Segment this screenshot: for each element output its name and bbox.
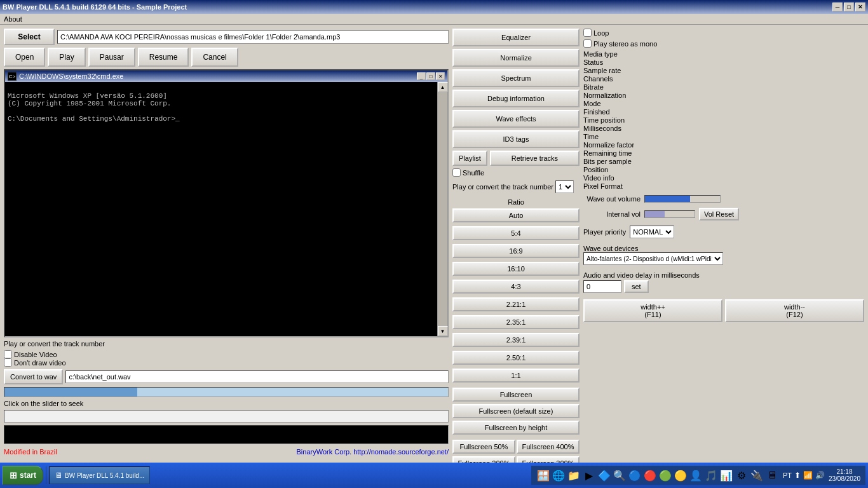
wave-effects-button[interactable]: Wave effects xyxy=(452,110,580,128)
ratio-235-button[interactable]: 2.35:1 xyxy=(452,315,580,329)
normalize-button[interactable]: Normalize xyxy=(452,49,580,67)
convert-row: Convert to wav xyxy=(4,369,449,384)
console-close-button[interactable]: ✕ xyxy=(436,72,445,80)
taskbar-icon-folder[interactable]: 📁 xyxy=(567,468,581,482)
seek-slider[interactable] xyxy=(4,410,449,423)
debug-info-button[interactable]: Debug information xyxy=(452,90,580,107)
maximize-button[interactable]: □ xyxy=(844,3,854,11)
set-button[interactable]: set xyxy=(624,280,649,293)
id3-tags-button[interactable]: ID3 tags xyxy=(452,130,580,148)
ratio-221-button[interactable]: 2.21:1 xyxy=(452,297,580,311)
ratio-169-button[interactable]: 16:9 xyxy=(452,244,580,258)
shuffle-check[interactable]: Shuffle xyxy=(452,168,484,177)
cancel-button[interactable]: Cancel xyxy=(191,48,238,67)
console-icon: C> xyxy=(8,72,17,81)
taskbar-icon-edge[interactable]: 🔷 xyxy=(597,468,611,482)
priority-select[interactable]: NORMAL xyxy=(630,226,674,238)
taskbar-icon-app2[interactable]: 📊 xyxy=(719,468,733,482)
scrollbar-up-button[interactable]: ▲ xyxy=(438,82,448,92)
shuffle-checkbox[interactable] xyxy=(452,168,461,177)
taskbar-icon-chrome4[interactable]: 🟡 xyxy=(674,468,688,482)
ratio-54-button[interactable]: 5:4 xyxy=(452,226,580,240)
fullscreen-default-button[interactable]: Fullscreen (default size) xyxy=(452,404,580,418)
taskbar-icon-filezilla[interactable]: 🔌 xyxy=(750,468,764,482)
fullscreen-height-button[interactable]: Fullscreen by height xyxy=(452,421,580,435)
credit-link[interactable]: BinaryWork Corp. http://nomade.sourcefor… xyxy=(297,448,449,456)
play-button[interactable]: Play xyxy=(48,48,85,67)
wave-out-devices-section: Wave out devices Alto-falantes (2- Dispo… xyxy=(583,245,864,265)
convert-button[interactable]: Convert to wav xyxy=(4,369,63,384)
console-title-bar: C> C:\WINDOWS\system32\cmd.exe _ □ ✕ xyxy=(5,71,447,82)
open-button[interactable]: Open xyxy=(4,48,45,67)
taskbar-icon-windows[interactable]: 🪟 xyxy=(536,468,550,482)
taskbar-icon-monitor[interactable]: 🖥 xyxy=(765,468,779,482)
ratio-1610-button[interactable]: 16:10 xyxy=(452,262,580,276)
close-button[interactable]: ✕ xyxy=(855,3,865,11)
remaining-time-label: Remaining time xyxy=(583,149,864,157)
taskbar-icon-chrome2[interactable]: 🔴 xyxy=(643,468,657,482)
taskbar-icon-chrome1[interactable]: 🔵 xyxy=(628,468,642,482)
start-button[interactable]: ⊞ start xyxy=(3,466,43,485)
delay-input[interactable] xyxy=(583,280,621,293)
ratio-auto-button[interactable]: Auto xyxy=(452,208,580,222)
scrollbar-track[interactable] xyxy=(438,92,447,326)
width-plus-button[interactable]: width++(F11) xyxy=(583,299,722,322)
spectrum-button[interactable]: Spectrum xyxy=(452,69,580,87)
taskbar-icon-app3[interactable]: ⚙ xyxy=(735,468,749,482)
equalizer-button[interactable]: Equalizer xyxy=(452,29,580,46)
notify-icon-2[interactable]: 📶 xyxy=(803,471,813,480)
convert-output-input[interactable] xyxy=(65,370,449,383)
fullscreen-50-button[interactable]: Fullscreen 50% xyxy=(452,440,515,454)
file-path-input[interactable] xyxy=(57,30,449,44)
scrollbar-down-button[interactable]: ▼ xyxy=(438,326,448,336)
loop-check[interactable]: Loop xyxy=(583,29,864,37)
ratio-250-button[interactable]: 2.50:1 xyxy=(452,351,580,365)
playlist-button[interactable]: Playlist xyxy=(452,151,487,166)
bits-per-sample-label: Bits per sample xyxy=(583,158,864,165)
media-type-label: Media type xyxy=(583,50,864,58)
resume-button[interactable]: Resume xyxy=(138,48,189,67)
internal-vol-row: Internal vol Vol Reset xyxy=(583,208,864,220)
date-display: 23/08/2020 xyxy=(829,475,860,482)
fullscreen-button[interactable]: Fullscreen xyxy=(452,388,580,402)
loop-checkbox[interactable] xyxy=(583,29,592,37)
taskbar-icon-search[interactable]: 🔍 xyxy=(613,468,627,482)
taskbar-icon-person[interactable]: 👤 xyxy=(689,468,703,482)
dont-draw-video-check[interactable]: Don't draw video xyxy=(4,358,66,367)
fullscreen-400-button[interactable]: Fullscreen 400% xyxy=(517,440,580,454)
disable-video-check[interactable]: Disable Video xyxy=(4,350,66,358)
minimize-button[interactable]: ─ xyxy=(832,3,843,11)
ratio-239-button[interactable]: 2.39:1 xyxy=(452,333,580,347)
console-min-button[interactable]: _ xyxy=(417,72,426,80)
taskbar-icon-media[interactable]: ▶ xyxy=(582,468,596,482)
lang-button[interactable]: PT xyxy=(783,471,792,479)
taskbar-icon-ie[interactable]: 🌐 xyxy=(552,468,566,482)
console-controls: _ □ ✕ xyxy=(417,72,445,80)
retrieve-tracks-button[interactable]: Retrieve tracks xyxy=(490,151,580,166)
stereo-mono-check[interactable]: Play stereo as mono xyxy=(583,39,864,48)
pause-button[interactable]: Pausar xyxy=(88,48,135,67)
ratio-11-button[interactable]: 1:1 xyxy=(452,369,580,383)
media-info: Media type Status Sample rate Channels B… xyxy=(583,50,864,190)
track-number-select[interactable]: 1 2 3 xyxy=(555,180,574,193)
taskbar-icon-app1[interactable]: 🎵 xyxy=(704,468,718,482)
notify-icon-1[interactable]: ⬆ xyxy=(794,471,801,480)
devices-select[interactable]: Alto-falantes (2- Dispositivo d (wMidi:1… xyxy=(583,252,723,265)
vol-reset-button[interactable]: Vol Reset xyxy=(699,208,739,220)
taskbar-app-item[interactable]: 🖥 BW Player DLL 5.4.1 build... xyxy=(49,466,150,484)
taskbar-icon-chrome3[interactable]: 🟢 xyxy=(658,468,672,482)
dont-draw-video-checkbox[interactable] xyxy=(4,358,12,367)
notify-icon-3[interactable]: 🔊 xyxy=(815,471,825,480)
wave-out-slider[interactable] xyxy=(644,195,721,203)
console-max-button[interactable]: □ xyxy=(426,72,435,80)
devices-label: Wave out devices xyxy=(583,245,864,252)
width-minus-button[interactable]: width--(F12) xyxy=(725,299,864,322)
pixel-format-label: Pixel Format xyxy=(583,182,864,190)
progress-bar[interactable] xyxy=(4,387,449,397)
ratio-43-button[interactable]: 4:3 xyxy=(452,280,580,294)
select-button[interactable]: Select xyxy=(4,29,55,45)
menu-about[interactable]: About xyxy=(4,15,22,23)
stereo-mono-checkbox[interactable] xyxy=(583,39,592,48)
internal-vol-slider[interactable] xyxy=(644,210,695,218)
disable-video-checkbox[interactable] xyxy=(4,350,12,358)
